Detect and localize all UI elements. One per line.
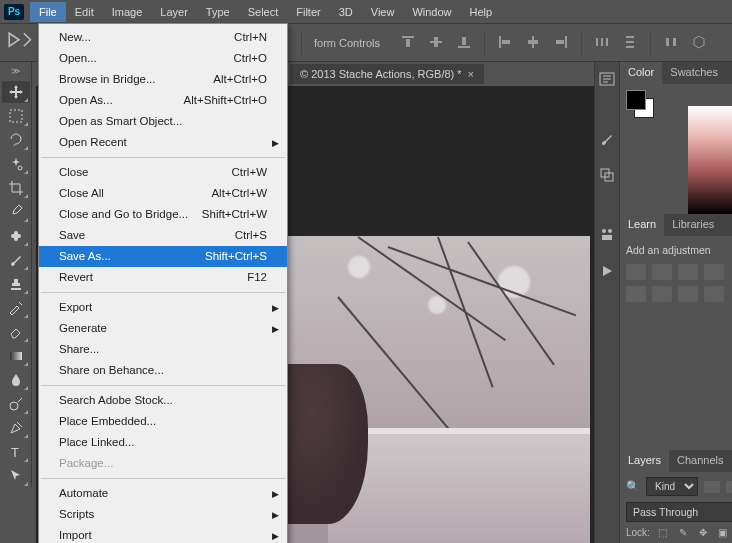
adj-brightness-icon[interactable] (626, 264, 646, 280)
tab-libraries[interactable]: Libraries (664, 214, 722, 236)
adj-curves-icon[interactable] (678, 264, 698, 280)
color-picker[interactable] (688, 106, 732, 214)
menu-view[interactable]: View (362, 2, 404, 22)
distribute-v-icon[interactable] (618, 31, 642, 53)
adj-exposure-icon[interactable] (704, 264, 724, 280)
menu-scripts[interactable]: Scripts▶ (39, 504, 287, 525)
menu-close[interactable]: CloseCtrl+W (39, 162, 287, 183)
paragraph-panel-icon[interactable] (595, 224, 619, 246)
align-hcenter-icon[interactable] (521, 31, 545, 53)
menu-save-as[interactable]: Save As...Shift+Ctrl+S (39, 246, 287, 267)
tab-color[interactable]: Color (620, 62, 662, 84)
tab-learn[interactable]: Learn (620, 214, 664, 236)
toolbar-grip-icon[interactable]: ≫ (11, 66, 20, 76)
menu-open-as[interactable]: Open As...Alt+Shift+Ctrl+O (39, 90, 287, 111)
menu-place-embedded[interactable]: Place Embedded... (39, 411, 287, 432)
menu-close-all[interactable]: Close AllAlt+Ctrl+W (39, 183, 287, 204)
tool-preset-icon[interactable] (6, 30, 32, 56)
3d-mode-icon[interactable] (687, 31, 711, 53)
type-tool[interactable]: T (2, 441, 30, 463)
svg-rect-11 (556, 40, 564, 44)
lock-transparency-icon[interactable]: ⬚ (656, 526, 670, 538)
menu-image[interactable]: Image (103, 2, 152, 22)
pen-tool[interactable] (2, 417, 30, 439)
fg-bg-swatch[interactable] (626, 90, 656, 120)
menu-generate[interactable]: Generate▶ (39, 318, 287, 339)
foreground-swatch[interactable] (626, 90, 646, 110)
lock-position-icon[interactable]: ✥ (696, 526, 710, 538)
menu-open-smart[interactable]: Open as Smart Object... (39, 111, 287, 132)
filter-adj-icon[interactable] (726, 481, 732, 493)
lock-artboard-icon[interactable]: ▣ (716, 526, 730, 538)
adj-hue-icon[interactable] (652, 286, 672, 302)
crop-tool[interactable] (2, 177, 30, 199)
blend-mode-select[interactable]: Pass Through (626, 502, 732, 522)
adj-photo-filter-icon[interactable] (704, 286, 724, 302)
distribute-h-icon[interactable] (590, 31, 614, 53)
menu-help[interactable]: Help (461, 2, 502, 22)
learn-panel-tabs: Learn Libraries (620, 214, 732, 236)
menu-automate[interactable]: Automate▶ (39, 483, 287, 504)
menu-filter[interactable]: Filter (287, 2, 329, 22)
align-bottom-icon[interactable] (452, 31, 476, 53)
menu-layer[interactable]: Layer (151, 2, 197, 22)
distribute-more-icon[interactable] (659, 31, 683, 53)
align-top-icon[interactable] (396, 31, 420, 53)
menu-browse-bridge[interactable]: Browse in Bridge...Alt+Ctrl+O (39, 69, 287, 90)
clone-source-icon[interactable] (595, 164, 619, 186)
menu-edit[interactable]: Edit (66, 2, 103, 22)
blur-tool[interactable] (2, 369, 30, 391)
menu-search-stock[interactable]: Search Adobe Stock... (39, 390, 287, 411)
menu-revert[interactable]: RevertF12 (39, 267, 287, 288)
menu-save[interactable]: SaveCtrl+S (39, 225, 287, 246)
filter-pixel-icon[interactable] (704, 481, 720, 493)
menu-file[interactable]: File (30, 2, 66, 22)
menu-close-bridge[interactable]: Close and Go to Bridge...Shift+Ctrl+W (39, 204, 287, 225)
align-left-icon[interactable] (493, 31, 517, 53)
menu-window[interactable]: Window (403, 2, 460, 22)
tab-layers[interactable]: Layers (620, 450, 669, 472)
document-tab[interactable]: © 2013 Stache Actions, RGB/8) * × (290, 64, 484, 84)
search-icon[interactable]: 🔍 (626, 480, 640, 493)
brush-panel-icon[interactable] (595, 128, 619, 150)
adj-vibrance-icon[interactable] (626, 286, 646, 302)
stamp-tool[interactable] (2, 273, 30, 295)
chevron-right-icon: ▶ (272, 301, 279, 316)
menu-import[interactable]: Import▶ (39, 525, 287, 543)
close-icon[interactable]: × (468, 68, 474, 80)
menu-place-linked[interactable]: Place Linked... (39, 432, 287, 453)
lasso-tool[interactable] (2, 129, 30, 151)
move-tool[interactable] (2, 81, 30, 103)
adj-levels-icon[interactable] (652, 264, 672, 280)
align-right-icon[interactable] (549, 31, 573, 53)
menu-share-behance[interactable]: Share on Behance... (39, 360, 287, 381)
menu-select[interactable]: Select (239, 2, 288, 22)
play-panel-icon[interactable] (595, 260, 619, 282)
lock-pixels-icon[interactable]: ✎ (676, 526, 690, 538)
history-panel-icon[interactable] (595, 68, 619, 90)
menu-export[interactable]: Export▶ (39, 297, 287, 318)
healing-tool[interactable] (2, 225, 30, 247)
eraser-tool[interactable] (2, 321, 30, 343)
menu-type[interactable]: Type (197, 2, 239, 22)
menu-open[interactable]: Open...Ctrl+O (39, 48, 287, 69)
menu-share[interactable]: Share... (39, 339, 287, 360)
document-tab-label: © 2013 Stache Actions, RGB/8) * (300, 68, 462, 80)
layer-filter-select[interactable]: Kind (646, 477, 698, 496)
eyedropper-tool[interactable] (2, 201, 30, 223)
dodge-tool[interactable] (2, 393, 30, 415)
path-select-tool[interactable] (2, 465, 30, 487)
tab-swatches[interactable]: Swatches (662, 62, 726, 84)
marquee-tool[interactable] (2, 105, 30, 127)
menu-3d[interactable]: 3D (330, 2, 362, 22)
right-column: Color Swatches Learn Libraries Add an ad… (594, 62, 732, 543)
menu-open-recent[interactable]: Open Recent▶ (39, 132, 287, 153)
brush-tool[interactable] (2, 249, 30, 271)
gradient-tool[interactable] (2, 345, 30, 367)
adj-bw-icon[interactable] (678, 286, 698, 302)
history-brush-tool[interactable] (2, 297, 30, 319)
align-vcenter-icon[interactable] (424, 31, 448, 53)
tab-channels[interactable]: Channels (669, 450, 731, 472)
quick-select-tool[interactable] (2, 153, 30, 175)
menu-new[interactable]: New...Ctrl+N (39, 27, 287, 48)
